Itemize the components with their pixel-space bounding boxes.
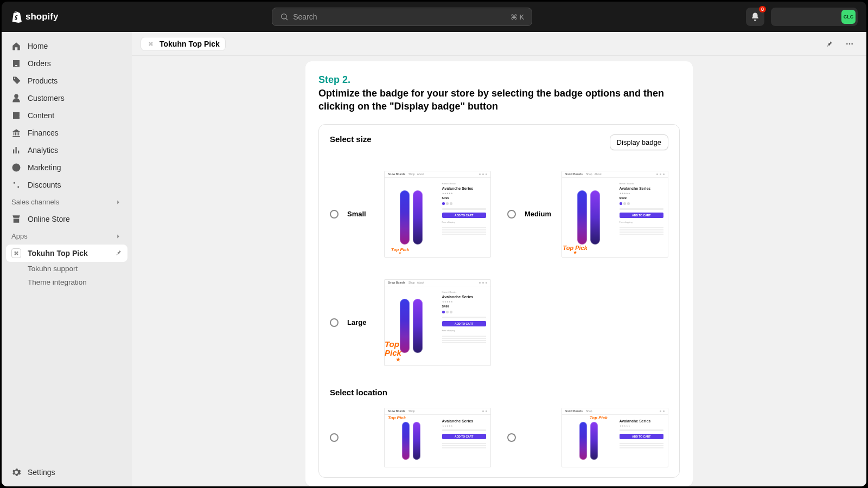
tag-icon [11,76,21,86]
nav-analytics[interactable]: Analytics [6,142,127,159]
preview-title: Avalanche Series [620,187,664,190]
search-icon [280,12,289,21]
select-location-heading: Select location [330,388,668,397]
pin-icon[interactable] [114,249,122,258]
preview-title: Avalanche Series [442,187,487,190]
badge-sm: Top Pick★ [391,248,409,255]
preview-loc-1: Snow BoardsShop Top Pick Avalanche Serie… [384,408,491,467]
nav-orders-label: Orders [28,59,51,68]
nav-customers-label: Customers [28,94,65,102]
location-options: Snow BoardsShop Top Pick Avalanche Serie… [330,397,668,467]
radio-loc-1[interactable] [330,433,339,442]
person-icon [11,93,21,103]
search-input[interactable]: Search ⌘ K [272,8,532,26]
radio-large[interactable] [330,318,339,327]
search-placeholder: Search [293,12,317,21]
svg-point-0 [282,14,286,19]
preview-small: Snow BoardsShopAbout Top Pick★ Home / Bo… [384,171,491,258]
step-number: Step 2. [318,74,680,86]
badge-top-left: Top Pick [388,416,406,420]
breadcrumb-label: Tokuhn Top Pick [159,40,220,48]
nav-orders[interactable]: Orders [6,55,127,72]
step-title: Optimize the badge for your store by sel… [318,87,680,113]
badge-top-right: Top Pick [590,416,608,420]
nav-content-label: Content [28,111,54,120]
radio-small[interactable] [330,210,339,219]
nav-analytics-label: Analytics [28,146,58,155]
preview-brand: Snow Boards [388,281,405,284]
settings-label: Settings [28,468,55,477]
pin-page-button[interactable] [821,36,837,52]
display-badge-button[interactable]: Display badge [610,134,668,150]
preview-title: Avalanche Series [620,419,664,423]
preview-title: Avalanche Series [442,419,487,423]
target-icon [11,163,21,172]
badge-md: Top Pick★ [563,245,587,255]
app-sub-support[interactable]: Tokuhn support [6,262,127,275]
size-option-small[interactable]: Small Snow BoardsShopAbout Top Pick★ Hom… [330,171,491,258]
preview-cta: ADD TO CART [620,434,664,439]
svg-point-2 [849,43,851,44]
nav-online-store[interactable]: Online Store [6,210,127,228]
nav-discounts[interactable]: Discounts [6,176,127,194]
nav-finances[interactable]: Finances [6,124,127,142]
shopify-logo[interactable]: shopify [10,10,58,23]
store-icon [11,214,21,224]
more-actions-button[interactable] [841,36,858,52]
chevron-right-icon [114,233,122,240]
size-option-medium[interactable]: Medium Snow BoardsShopAbout Top Pick★ Ho… [507,171,668,258]
search-shortcut: ⌘ K [510,13,524,21]
size-options: Small Snow BoardsShopAbout Top Pick★ Hom… [330,160,668,366]
avatar: CLC [841,10,856,24]
sales-channels-label: Sales channels [11,198,59,206]
nav-marketing[interactable]: Marketing [6,159,127,176]
breadcrumb-chip[interactable]: Tokuhn Top Pick [141,37,226,51]
app-puzzle-icon [11,248,21,258]
content-scroll[interactable]: Step 2. Optimize the badge for your stor… [132,56,866,486]
nav-content[interactable]: Content [6,107,127,124]
store-menu[interactable]: CLC [771,8,858,26]
radio-medium[interactable] [507,210,516,219]
step-card: Step 2. Optimize the badge for your stor… [305,61,693,486]
main-area: Tokuhn Top Pick Step 2. Optimize the bad… [132,32,866,486]
brand-label: shopify [25,11,58,22]
preview-brand: Snow Boards [388,409,405,413]
nav-settings[interactable]: Settings [6,464,127,481]
notifications-button[interactable]: 8 [746,8,764,26]
preview-title: Avalanche Series [442,295,487,299]
app-sub-theme[interactable]: Theme integration [6,275,127,289]
radio-loc-2[interactable] [507,433,516,442]
preview-cta: ADD TO CART [442,434,487,439]
size-label-small: Small [347,210,375,218]
size-label-medium: Medium [525,210,553,218]
apps-header[interactable]: Apps [6,228,127,245]
apps-label: Apps [11,232,28,240]
app-tokuhn-top-pick[interactable]: Tokuhn Top Pick [6,245,127,262]
nav-products[interactable]: Products [6,72,127,89]
sales-channels-header[interactable]: Sales channels [6,194,127,210]
nav-home[interactable]: Home [6,37,127,55]
preview-loc-2: Snow BoardsShop Top Pick Avalanche Serie… [561,408,668,467]
badge-lg: Top Pick★ [385,340,412,362]
nav-home-label: Home [28,42,48,50]
dots-icon [845,40,854,48]
location-option-1[interactable]: Snow BoardsShop Top Pick Avalanche Serie… [330,408,491,467]
nav-customers[interactable]: Customers [6,89,127,107]
bank-icon [11,128,21,138]
size-option-large[interactable]: Large Snow BoardsShopAbout Top Pick★ Hom… [330,279,491,366]
topbar: shopify Search ⌘ K 8 CLC [2,2,866,32]
image-icon [11,111,21,120]
gear-icon [11,467,21,477]
online-store-label: Online Store [28,215,70,223]
home-icon [11,41,21,51]
chevron-right-icon [114,198,122,206]
preview-large: Snow BoardsShopAbout Top Pick★ Home / Bo… [384,279,491,366]
nav-marketing-label: Marketing [28,163,61,172]
preview-cta: ADD TO CART [442,321,487,326]
preview-medium: Snow BoardsShopAbout Top Pick★ Home / Bo… [561,171,668,258]
location-option-2[interactable]: Snow BoardsShop Top Pick Avalanche Serie… [507,408,668,467]
preview-brand: Snow Boards [565,409,583,413]
nav-discounts-label: Discounts [28,181,61,189]
inbox-icon [11,59,21,68]
badge-config-card: Select size Display badge Small Snow Boa… [318,124,680,478]
